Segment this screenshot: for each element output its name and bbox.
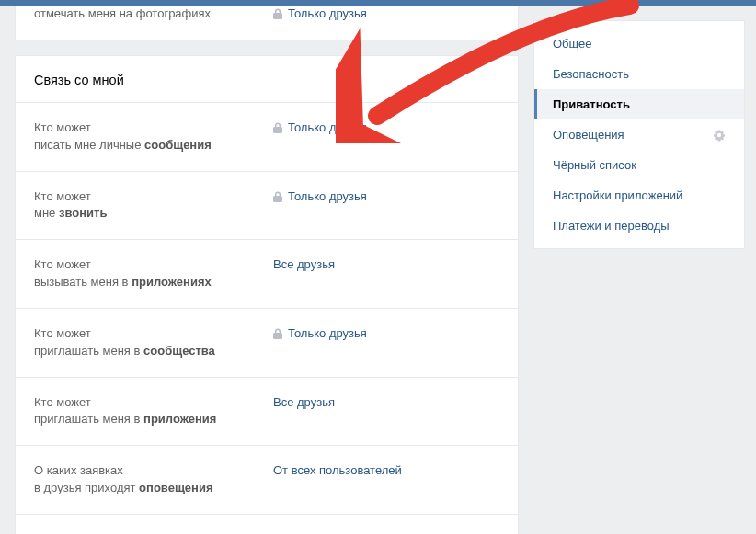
sidebar-item-label: Приватность <box>553 97 630 111</box>
setting-label: О каких заявкахв друзья приходят оповеще… <box>34 462 273 497</box>
setting-label-line2: приглашать меня в приложения <box>34 411 273 428</box>
sidebar-item-label: Оповещения <box>553 128 624 142</box>
sidebar-item-4[interactable]: Чёрный список <box>534 150 744 180</box>
sidebar-item-label: Настройки приложений <box>553 188 682 202</box>
setting-label-line2: отмечать меня на фотографиях <box>34 6 211 20</box>
setting-label-line1: Кто может <box>34 325 273 343</box>
sidebar-item-2[interactable]: Приватность <box>534 89 744 119</box>
sidebar-item-1[interactable]: Безопасность <box>534 59 744 89</box>
lock-icon <box>273 8 282 19</box>
setting-row: О каких заявкахв друзья приходят оповеще… <box>16 445 518 514</box>
side-column: ОбщееБезопасностьПриватностьОповещенияЧё… <box>533 6 745 534</box>
setting-value-text: Все друзья <box>273 394 335 412</box>
setting-value-text: Все друзья <box>273 256 335 274</box>
prev-section-card: отмечать меня на фотографиях Только друз… <box>15 6 519 40</box>
setting-value[interactable]: От всех пользователей <box>273 462 402 480</box>
setting-row: отмечать меня на фотографиях Только друз… <box>16 6 518 40</box>
sidebar-item-3[interactable]: Оповещения <box>534 119 744 150</box>
sidebar-item-label: Общее <box>553 37 592 51</box>
sidebar-item-0[interactable]: Общее <box>534 28 744 59</box>
sidebar-item-label: Платежи и переводы <box>553 219 670 233</box>
setting-label-line2: приглашать меня в сообщества <box>34 343 273 360</box>
setting-value[interactable]: Все друзья <box>273 256 335 274</box>
lock-icon <box>273 122 282 133</box>
setting-row: Кто можетмне звонитьТолько друзья <box>16 171 518 240</box>
setting-label-line2: вызывать меня в приложениях <box>34 274 273 291</box>
setting-value[interactable]: Только друзья <box>273 6 367 23</box>
setting-value[interactable]: Только друзья <box>273 188 367 206</box>
setting-row: Кто можетприглашать меня в приложенияВсе… <box>16 377 518 446</box>
contact-section-card: Связь со мной Кто можетписать мне личные… <box>15 55 519 534</box>
settings-nav: ОбщееБезопасностьПриватностьОповещенияЧё… <box>533 20 745 249</box>
setting-row: Кто можетприглашать меня в сообществаТол… <box>16 308 518 377</box>
setting-label: Кто можетвызывать меня в приложениях <box>34 256 273 291</box>
section-title: Связь со мной <box>16 56 518 102</box>
setting-value-text: Только друзья <box>288 6 367 23</box>
setting-value-text: Только друзья <box>288 119 367 137</box>
gear-icon <box>713 129 726 142</box>
setting-value-text: От всех пользователей <box>273 462 402 480</box>
setting-label-line1: Кто может <box>34 394 273 412</box>
setting-label-line1: О каких заявках <box>34 462 273 480</box>
setting-label-line2: писать мне личные сообщения <box>34 137 273 154</box>
main-column: отмечать меня на фотографиях Только друз… <box>15 6 519 534</box>
setting-label-line1: Кто может <box>34 119 273 137</box>
setting-row: Кто может найти меня при импортеконтакто… <box>16 514 518 534</box>
setting-value[interactable]: Только друзья <box>273 325 367 343</box>
setting-value[interactable]: Все друзья <box>273 394 335 412</box>
lock-icon <box>273 328 282 339</box>
setting-row: Кто можетписать мне личные сообщенияТоль… <box>16 102 518 171</box>
sidebar-item-label: Чёрный список <box>553 158 636 172</box>
setting-value[interactable]: Только друзья <box>273 119 367 137</box>
lock-icon <box>273 191 282 202</box>
layout: отмечать меня на фотографиях Только друз… <box>0 6 756 534</box>
setting-label: отмечать меня на фотографиях <box>34 6 273 23</box>
setting-label: Кто можетмне звонить <box>34 188 273 223</box>
setting-value-text: Только друзья <box>288 325 367 343</box>
setting-value-text: Только друзья <box>288 188 367 206</box>
sidebar-item-label: Безопасность <box>553 67 629 81</box>
sidebar-item-5[interactable]: Настройки приложений <box>534 180 744 210</box>
setting-label: Кто можетписать мне личные сообщения <box>34 119 273 154</box>
setting-label: Кто можетприглашать меня в сообщества <box>34 325 273 360</box>
setting-label-line2: в друзья приходят оповещения <box>34 480 273 497</box>
setting-label: Кто можетприглашать меня в приложения <box>34 394 273 429</box>
setting-label-line1: Кто может <box>34 188 273 206</box>
setting-label-line2: мне звонить <box>34 205 273 222</box>
setting-label-line1: Кто может <box>34 256 273 274</box>
setting-row: Кто можетвызывать меня в приложенияхВсе … <box>16 239 518 308</box>
sidebar-item-6[interactable]: Платежи и переводы <box>534 210 744 241</box>
